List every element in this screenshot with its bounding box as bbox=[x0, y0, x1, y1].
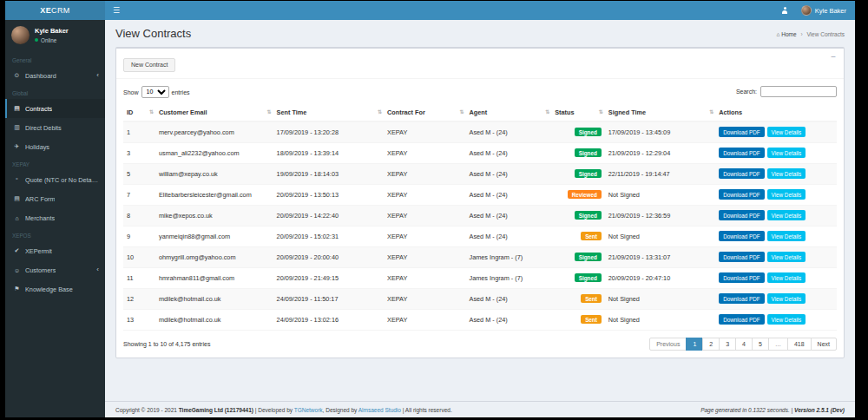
column-header-agent[interactable]: Agent⇅ bbox=[466, 104, 552, 121]
row-actions: Download PDFView Details bbox=[715, 288, 837, 309]
view-details-button[interactable]: View Details bbox=[767, 127, 806, 137]
column-header-contract-for[interactable]: Contract For⇅ bbox=[384, 104, 466, 121]
pagination: Previous12345…418Next bbox=[649, 338, 837, 351]
table-controls: Show10entries Search: bbox=[123, 86, 837, 98]
pagination-page-418[interactable]: 418 bbox=[787, 338, 812, 351]
view-details-button[interactable]: View Details bbox=[767, 314, 806, 325]
row-contract-for: XEPAY bbox=[384, 246, 466, 267]
column-header-id[interactable]: ID⇅ bbox=[123, 104, 155, 121]
download-pdf-button[interactable]: Download PDF bbox=[719, 252, 764, 262]
sort-icon: ⇅ bbox=[709, 108, 713, 115]
download-pdf-button[interactable]: Download PDF bbox=[719, 272, 764, 283]
developer-link[interactable]: TGNetwork bbox=[294, 407, 323, 413]
sort-icon: ⇅ bbox=[149, 108, 154, 115]
row-customer-email: usman_ali2232@yahoo.com bbox=[155, 142, 273, 163]
sidebar-item-knowledge-base[interactable]: ⚑Knowledge Base bbox=[5, 279, 105, 299]
footer-version-info: Page generated in 0.1322 seconds. | Vers… bbox=[700, 407, 845, 413]
designer-link[interactable]: Almsaeed Studio bbox=[358, 407, 401, 413]
copyright-prefix: Copyright © 2019 - 2021 bbox=[115, 407, 179, 413]
download-pdf-button[interactable]: Download PDF bbox=[719, 231, 764, 241]
column-header-status[interactable]: Status⇅ bbox=[551, 104, 605, 121]
view-details-button[interactable]: View Details bbox=[767, 189, 806, 200]
file-icon: ▤ bbox=[13, 195, 21, 202]
row-signed-time: 20/09/2019 - 20:47:10 bbox=[605, 267, 715, 288]
store-icon: ⌂ bbox=[13, 215, 21, 221]
view-details-button[interactable]: View Details bbox=[767, 252, 806, 262]
download-pdf-button[interactable]: Download PDF bbox=[719, 127, 764, 137]
table-row: 8mike@xepos.co.uk20/09/2019 - 14:22:40XE… bbox=[123, 205, 837, 226]
table-row: 10ohmygrill.omg@yahoo.com20/09/2019 - 20… bbox=[123, 246, 837, 267]
row-id: 13 bbox=[123, 309, 155, 330]
sidebar-user-status[interactable]: Online bbox=[35, 37, 69, 43]
breadcrumb-home-link[interactable]: ⌂ Home bbox=[777, 31, 797, 37]
view-details-button[interactable]: View Details bbox=[767, 272, 806, 283]
sidebar-item-contracts[interactable]: ▤Contracts bbox=[5, 99, 105, 118]
sort-icon: ⇅ bbox=[460, 108, 464, 115]
contracts-card: New Contract − Show10entries Search: bbox=[115, 47, 845, 358]
pagination-next[interactable]: Next bbox=[811, 338, 837, 351]
sidebar-item-quote-ntc-or-no-details[interactable]: “Quote (NTC or No Details) bbox=[5, 170, 105, 189]
row-sent-time: 20/09/2019 - 15:02:31 bbox=[273, 226, 384, 246]
download-pdf-button[interactable]: Download PDF bbox=[719, 210, 764, 220]
user-icon bbox=[781, 7, 789, 15]
sidebar-user-panel: Kyle Baker Online bbox=[5, 20, 105, 49]
download-pdf-button[interactable]: Download PDF bbox=[719, 148, 764, 158]
sidebar-item-customers[interactable]: ☺Customers‹ bbox=[5, 260, 105, 279]
row-customer-email: hmrahman811@gmail.com bbox=[155, 267, 273, 288]
sidebar-item-merchants[interactable]: ⌂Merchants bbox=[5, 208, 105, 227]
status-badge: Signed bbox=[575, 273, 602, 282]
row-agent: Ased M - (24) bbox=[466, 142, 552, 163]
pagination-page-1[interactable]: 1 bbox=[686, 338, 703, 351]
download-pdf-button[interactable]: Download PDF bbox=[719, 314, 764, 325]
sort-icon: ⇅ bbox=[267, 108, 272, 115]
brand-logo[interactable]: XECRM bbox=[5, 1, 105, 20]
search-input[interactable] bbox=[760, 86, 837, 97]
users-icon: ☺ bbox=[13, 267, 21, 273]
sidebar-item-holidays[interactable]: ✈Holidays bbox=[5, 137, 105, 156]
row-signed-time: 22/11/2019 - 19:14:47 bbox=[605, 163, 715, 184]
column-header-sent-time[interactable]: Sent Time⇅ bbox=[273, 104, 384, 121]
card-body: Show10entries Search: ID⇅ Customer Email… bbox=[116, 79, 844, 358]
navbar-user-menu[interactable]: Kyle Baker bbox=[797, 1, 855, 20]
row-status: Sent bbox=[551, 309, 605, 330]
row-customer-email: ohmygrill.omg@yahoo.com bbox=[155, 246, 273, 267]
collapse-button[interactable]: − bbox=[831, 52, 836, 62]
pagination-previous[interactable]: Previous bbox=[649, 338, 687, 351]
download-pdf-button[interactable]: Download PDF bbox=[719, 189, 764, 200]
sidebar-toggle-button[interactable]: ☰ bbox=[105, 1, 128, 20]
page-length-select[interactable]: 10 bbox=[141, 86, 169, 98]
table-info: Showing 1 to 10 of 4,175 entries bbox=[123, 341, 210, 347]
row-agent: James Ingram - (7) bbox=[466, 246, 552, 267]
row-id: 8 bbox=[123, 205, 155, 226]
view-details-button[interactable]: View Details bbox=[767, 231, 806, 241]
sidebar-item-arc-form[interactable]: ▤ARC Form bbox=[5, 189, 105, 208]
new-contract-button[interactable]: New Contract bbox=[123, 58, 175, 72]
pagination-page-4[interactable]: 4 bbox=[735, 338, 753, 351]
sidebar-item-dashboard[interactable]: ⊙Dashboard‹ bbox=[5, 66, 105, 85]
navbar-user-add-button[interactable] bbox=[773, 1, 797, 20]
page-footer: Copyright © 2019 - 2021 TimeGaming Ltd (… bbox=[105, 401, 855, 417]
pagination-page-2[interactable]: 2 bbox=[702, 338, 720, 351]
brand-rest: CRM bbox=[51, 6, 70, 15]
download-pdf-button[interactable]: Download PDF bbox=[719, 293, 764, 304]
view-details-button[interactable]: View Details bbox=[767, 168, 806, 179]
top-navbar: XECRM ☰ Kyle Baker bbox=[5, 1, 855, 20]
column-header-customer-email[interactable]: Customer Email⇅ bbox=[155, 104, 273, 121]
view-details-button[interactable]: View Details bbox=[767, 210, 806, 220]
column-label: Signed Time bbox=[608, 108, 646, 116]
download-pdf-button[interactable]: Download PDF bbox=[719, 168, 764, 179]
sidebar-item-label: Direct Debits bbox=[25, 124, 62, 132]
row-agent: Ased M - (24) bbox=[466, 309, 552, 330]
pagination-page-3[interactable]: 3 bbox=[719, 338, 736, 351]
view-details-button[interactable]: View Details bbox=[767, 148, 806, 158]
sidebar-item-xepermit[interactable]: ✔XEPermit bbox=[5, 241, 105, 260]
pagination-page-5[interactable]: 5 bbox=[752, 338, 769, 351]
column-label: ID bbox=[127, 108, 133, 116]
sidebar-item-direct-debits[interactable]: ▥Direct Debits bbox=[5, 118, 105, 137]
row-actions: Download PDFView Details bbox=[715, 163, 837, 184]
column-header-signed-time[interactable]: Signed Time⇅ bbox=[605, 104, 715, 121]
chevron-left-icon: ‹ bbox=[96, 266, 99, 273]
column-header-actions: Actions bbox=[715, 104, 837, 121]
status-badge: Signed bbox=[575, 211, 602, 220]
view-details-button[interactable]: View Details bbox=[767, 293, 806, 304]
